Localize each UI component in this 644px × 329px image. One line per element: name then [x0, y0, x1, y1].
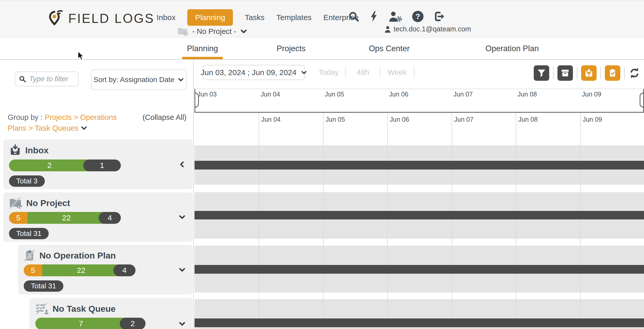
- timeline-toolbar: Jun 03, 2024 ; Jun 09, 2024 Today 48h We…: [194, 60, 644, 89]
- filter-input[interactable]: [29, 75, 70, 83]
- divider: [600, 67, 601, 79]
- group-title: No Task Queue: [53, 304, 116, 314]
- tab-operation-plan[interactable]: Operation Plan: [486, 44, 539, 53]
- day-label: Jun 03: [197, 91, 217, 98]
- app-root: FIELD LOGS Inbox Planning Tasks Template…: [0, 0, 644, 329]
- range-handle-right[interactable]: [640, 93, 644, 108]
- group-by-bar: Group by : Projects > Operations Plans >…: [8, 112, 187, 134]
- total-badge: Total 3: [9, 175, 45, 187]
- day-label: Jun 05: [326, 116, 345, 123]
- sort-dropdown[interactable]: Sort by: Assignation Date: [91, 69, 187, 90]
- schedule-row: [194, 170, 644, 185]
- top-nav: Inbox Planning Tasks Templates Enterpris…: [157, 9, 359, 26]
- top-bar: FIELD LOGS Inbox Planning Tasks Template…: [0, 0, 644, 38]
- group-card-no-project[interactable]: No Project 5 22 4 Total 31: [3, 192, 193, 242]
- user-gear-icon[interactable]: [388, 11, 402, 22]
- validated-tasks-button[interactable]: [605, 65, 620, 81]
- sidebar: Sort by: Assignation Date Group by : Pro…: [0, 60, 194, 329]
- group-card-no-operation-plan[interactable]: No Operation Plan 5 22 4 Total 31: [18, 245, 193, 295]
- collapse-all-button[interactable]: (Collapse All): [142, 112, 187, 123]
- tab-ops-center[interactable]: Ops Center: [369, 44, 410, 53]
- group-card-no-task-queue[interactable]: No Task Queue 7 2: [30, 298, 193, 329]
- inbox-download-icon: [584, 68, 594, 78]
- chevron-down-icon[interactable]: [80, 125, 88, 132]
- day-label: Jun 08: [518, 116, 538, 123]
- chevron-down-icon[interactable]: [178, 266, 186, 274]
- person-icon: [384, 26, 391, 33]
- schedule-row: [194, 192, 644, 211]
- status-bar: 5 22 4: [24, 264, 135, 276]
- archive-button[interactable]: [557, 65, 573, 81]
- nav-templates[interactable]: Templates: [276, 13, 312, 22]
- status-count-dark: 4: [99, 212, 121, 224]
- timeline-actions: [534, 65, 640, 81]
- view-switch: Today 48h Week: [312, 67, 414, 78]
- schedule-row: [194, 299, 644, 318]
- day-gridline: [259, 89, 259, 329]
- top-icon-bar: ?: [348, 11, 445, 22]
- schedule-row: [194, 274, 644, 292]
- status-count-green: 22: [28, 212, 105, 224]
- group-card-inbox[interactable]: Inbox 2 1 Total 3: [3, 139, 193, 189]
- filter-button[interactable]: [534, 65, 549, 81]
- day-label: Jun 09: [582, 91, 601, 98]
- view-today-button[interactable]: Today: [312, 67, 346, 78]
- chevron-down-icon[interactable]: [178, 320, 186, 328]
- nav-planning[interactable]: Planning: [187, 9, 233, 26]
- day-label: Jun 07: [454, 116, 473, 123]
- day-label: Jun 04: [261, 116, 281, 123]
- group-title: No Project: [26, 198, 70, 208]
- chevron-left-icon[interactable]: [178, 161, 186, 168]
- divider: [577, 67, 577, 79]
- timeline-overview-row[interactable]: Jun 03 Jun 04 Jun 05 Jun 06 Jun 07 Jun 0…: [194, 89, 644, 113]
- app-logo: FIELD LOGS: [47, 10, 155, 27]
- group-by-link-task-queues[interactable]: Task Queues: [35, 124, 78, 132]
- schedule-row: [194, 145, 644, 161]
- timeline-panel: Jun 03, 2024 ; Jun 09, 2024 Today 48h We…: [194, 60, 644, 329]
- chevron-down-icon: [177, 76, 184, 83]
- group-summary-bar: [194, 161, 644, 170]
- schedule-row: [194, 246, 644, 265]
- status-count-dark: 1: [83, 159, 121, 171]
- group-by-link-projects[interactable]: Projects >: [45, 113, 80, 121]
- group-summary-bar: [194, 265, 644, 274]
- view-48h-button[interactable]: 48h: [346, 67, 380, 78]
- view-week-button[interactable]: Week: [380, 67, 414, 78]
- status-count-orange: 5: [24, 264, 42, 276]
- range-handle-left[interactable]: [194, 93, 199, 108]
- day-label: Jun 06: [389, 91, 408, 98]
- date-range-selector[interactable]: Jun 03, 2024 ; Jun 09, 2024: [203, 65, 305, 80]
- refresh-icon[interactable]: [629, 67, 640, 79]
- filter-field[interactable]: [15, 72, 79, 86]
- sub-nav: Planning Projects Ops Center Operation P…: [0, 38, 644, 60]
- help-icon[interactable]: ?: [412, 11, 423, 22]
- status-count-green: 7: [35, 318, 126, 329]
- search-icon[interactable]: [348, 11, 359, 22]
- nav-inbox[interactable]: Inbox: [157, 13, 175, 22]
- clipboard-check-icon: [608, 69, 617, 77]
- group-summary-bar: [194, 318, 644, 327]
- user-account[interactable]: tech.doc.1@qateam.com: [384, 25, 471, 33]
- project-selector[interactable]: - No Project -: [177, 27, 248, 36]
- folder-gear-icon: [177, 27, 189, 36]
- logout-icon[interactable]: [434, 11, 445, 22]
- nav-tasks[interactable]: Tasks: [245, 13, 265, 22]
- tab-projects[interactable]: Projects: [277, 44, 306, 53]
- schedule-row: [194, 219, 644, 239]
- total-badge: Total 31: [24, 280, 63, 292]
- logo-text: FIELD LOGS: [68, 11, 155, 26]
- inbox-tasks-button[interactable]: [581, 65, 597, 81]
- schedule-row: [194, 327, 644, 329]
- project-selector-label: - No Project -: [192, 27, 236, 36]
- day-label: Jun 06: [390, 116, 409, 123]
- funnel-icon: [537, 68, 546, 78]
- group-summary-bar: [194, 211, 644, 219]
- status-count-dark: 4: [113, 264, 135, 276]
- chevron-down-icon[interactable]: [178, 213, 186, 221]
- day-label: Jun 05: [325, 91, 344, 98]
- timeline-day-header-row: Jun 04 Jun 05 Jun 06 Jun 07 Jun 08 Jun 0…: [194, 113, 644, 145]
- tab-planning[interactable]: Planning: [187, 44, 218, 53]
- day-label: Jun 09: [583, 116, 602, 123]
- inbox-icon: [9, 144, 21, 156]
- lightning-icon[interactable]: [369, 11, 378, 22]
